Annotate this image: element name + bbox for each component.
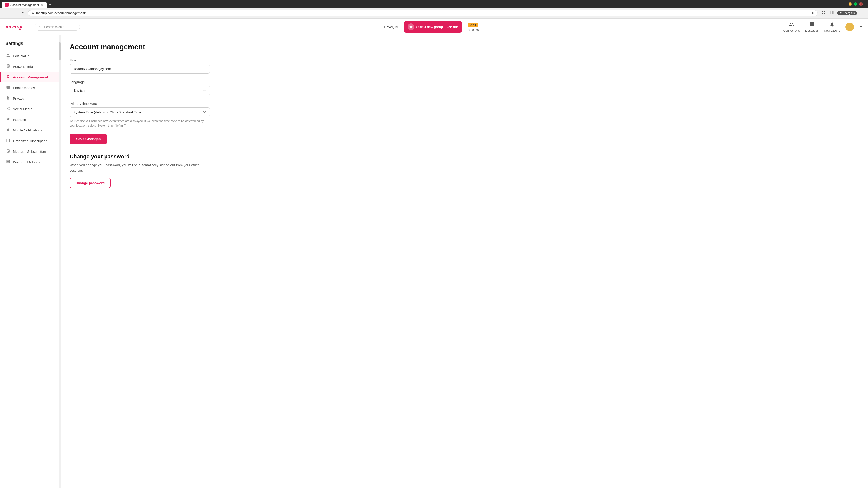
sidebar-item-icon: [6, 117, 10, 122]
tab-title: Account management: [10, 3, 39, 6]
sidebar-item-icon: [6, 53, 10, 59]
sidebar-item-icon: [6, 160, 10, 165]
sidebar-item-icon: [6, 106, 10, 111]
sidebar-item-icon: [6, 85, 10, 90]
sidebar-item-payment-methods[interactable]: Payment Methods: [0, 157, 59, 167]
location-display[interactable]: Dover, DE: [384, 25, 399, 29]
timezone-label: Primary time zone: [70, 102, 210, 105]
address-url: meetup.com/account/management/: [36, 11, 809, 15]
sidebar-item-label: Mobile Notifications: [13, 128, 42, 132]
promo-banner[interactable]: Start a new group - 30% off!: [404, 21, 462, 33]
search-placeholder: Search events: [44, 25, 64, 29]
sidebar-item-label: Account Management: [13, 75, 48, 79]
sidebar-item-icon: [6, 64, 10, 69]
nav-refresh-button[interactable]: ↻: [20, 10, 26, 16]
sidebar-scrollbar-thumb: [59, 42, 61, 60]
promo-icon: [408, 24, 414, 30]
sidebar-item-icon: [6, 138, 10, 143]
nav-back-button[interactable]: ←: [3, 10, 9, 16]
connections-icon: [789, 22, 794, 29]
sidebar-item-icon: [6, 96, 10, 101]
sidebar-item-icon: [6, 149, 10, 154]
sidebar: Settings Edit Profile Personal Info Acco…: [0, 35, 59, 488]
lock-icon: [31, 11, 34, 15]
meetup-logo[interactable]: meetup: [5, 22, 30, 32]
sidebar-item-privacy[interactable]: Privacy: [0, 93, 59, 104]
sidebar-item-organizer-subscription[interactable]: Organizer Subscription: [0, 135, 59, 146]
language-field-group: Language EnglishSpanishFrenchGermanPortu…: [70, 80, 210, 95]
sidebar-item-social-media[interactable]: Social Media: [0, 104, 59, 114]
page-title: Account management: [70, 43, 210, 51]
timezone-select[interactable]: System Time (default) - China Standard T…: [70, 107, 210, 117]
pro-badge: PRO: [468, 23, 478, 27]
password-section: Change your password When you change you…: [70, 153, 210, 188]
change-password-button[interactable]: Change password: [70, 178, 111, 188]
notifications-icon: [829, 22, 835, 29]
connections-nav-item[interactable]: Connections: [783, 22, 800, 32]
tab-close-button[interactable]: ✕: [41, 3, 43, 6]
sidebar-item-label: Organizer Subscription: [13, 139, 48, 143]
sidebar-item-email-updates[interactable]: Email Updates: [0, 83, 59, 93]
sidebar-item-icon: [6, 128, 10, 133]
search-box[interactable]: Search events: [35, 23, 80, 31]
svg-rect-3: [824, 11, 825, 12]
app-header: meetup Search events Dover, DE Start a n…: [0, 19, 868, 35]
sidebar-item-label: Social Media: [13, 107, 32, 111]
timezone-field-group: Primary time zone System Time (default) …: [70, 102, 210, 128]
browser-more-button[interactable]: ⋮: [859, 10, 865, 16]
sidebar-item-edit-profile[interactable]: Edit Profile: [0, 51, 59, 61]
sidebar-item-icon: [6, 74, 10, 80]
window-close-button[interactable]: ✕: [860, 2, 863, 6]
browser-tab-active[interactable]: m Account management ✕: [2, 2, 46, 8]
tab-favicon: m: [5, 3, 8, 6]
user-avatar[interactable]: L: [845, 23, 854, 31]
pro-cta: Try for free: [466, 28, 479, 31]
sidebar-item-label: Interests: [13, 118, 26, 122]
sidebar-item-label: Meetup+ Subscription: [13, 150, 46, 153]
connections-label: Connections: [783, 29, 800, 32]
nav-forward-button[interactable]: →: [11, 10, 18, 16]
svg-text:m: m: [6, 4, 7, 6]
split-screen-button[interactable]: [829, 10, 835, 17]
user-menu-chevron[interactable]: ▼: [860, 25, 863, 29]
sidebar-item-label: Privacy: [13, 96, 24, 100]
search-icon: [39, 25, 42, 29]
address-bar[interactable]: meetup.com/account/management/: [28, 10, 818, 16]
notifications-nav-item[interactable]: Notifications: [824, 22, 840, 32]
new-tab-button[interactable]: +: [47, 1, 53, 8]
main-content: Account management Email Language Englis…: [61, 35, 219, 488]
email-input[interactable]: [70, 64, 210, 74]
sidebar-item-account-management[interactable]: Account Management: [0, 72, 59, 83]
language-label: Language: [70, 80, 210, 84]
window-minimize-button[interactable]: –: [848, 2, 852, 6]
sidebar-item-mobile-notifications[interactable]: Mobile Notifications: [0, 125, 59, 135]
incognito-badge: Incognito: [837, 11, 857, 15]
language-select[interactable]: EnglishSpanishFrenchGermanPortugueseJapa…: [70, 86, 210, 95]
svg-rect-2: [822, 11, 823, 12]
sidebar-scrollbar[interactable]: [59, 35, 61, 488]
sidebar-item-label: Payment Methods: [13, 160, 40, 164]
svg-rect-7: [832, 11, 834, 14]
change-password-title: Change your password: [70, 153, 210, 160]
extensions-button[interactable]: [820, 10, 827, 17]
sidebar-item-personal-info[interactable]: Personal Info: [0, 61, 59, 72]
settings-title: Settings: [0, 41, 59, 51]
messages-icon: [809, 22, 815, 29]
svg-text:meetup: meetup: [5, 23, 22, 30]
star-icon[interactable]: [811, 11, 814, 15]
save-changes-button[interactable]: Save Changes: [70, 134, 107, 144]
window-maximize-button[interactable]: □: [854, 2, 857, 6]
email-field-group: Email: [70, 58, 210, 74]
incognito-label: Incognito: [844, 11, 855, 15]
pro-section[interactable]: PRO Try for free: [466, 23, 479, 31]
timezone-select-wrapper: System Time (default) - China Standard T…: [70, 107, 210, 117]
sidebar-item-interests[interactable]: Interests: [0, 114, 59, 125]
messages-nav-item[interactable]: Messages: [805, 22, 818, 32]
svg-rect-4: [822, 13, 823, 14]
svg-rect-5: [824, 13, 825, 14]
sidebar-item-label: Personal Info: [13, 65, 33, 68]
main-layout: Settings Edit Profile Personal Info Acco…: [0, 35, 868, 488]
sidebar-item-meetup+-subscription[interactable]: Meetup+ Subscription: [0, 146, 59, 157]
change-password-desc: When you change your password, you will …: [70, 162, 210, 173]
notifications-label: Notifications: [824, 29, 840, 32]
